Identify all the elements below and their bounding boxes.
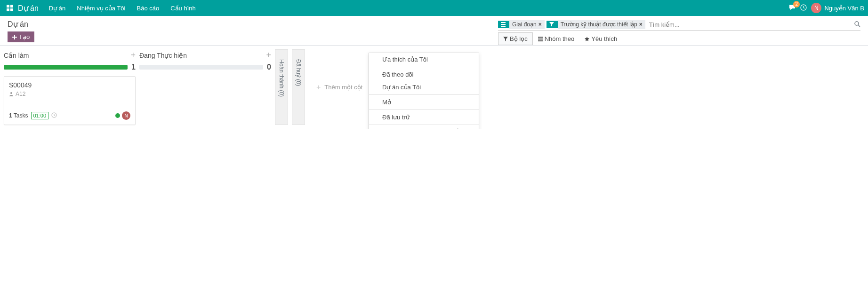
filter-open[interactable]: Mở [369,96,479,109]
filter-tech-set[interactable]: Trường kỹ thuật được thiết lập [369,126,479,129]
svg-point-5 [855,22,859,25]
app-title[interactable]: Dự án [18,4,39,13]
filters-button[interactable]: Bộ lọc [498,32,533,45]
notif-badge: 2 [793,1,800,8]
svg-point-7 [10,92,12,94]
filters-dropdown: Ưa thích của Tôi Đã theo dõi Dự án của T… [369,53,479,129]
activity-icon[interactable] [800,4,807,13]
nav-reports[interactable]: Báo cáo [132,1,164,16]
kanban-column-done-folded[interactable]: Hoàn thành (0) [275,49,288,125]
plus-icon: + [316,83,321,92]
progress-bar[interactable] [139,65,263,70]
search-input[interactable] [647,20,854,29]
svg-rect-0 [7,5,9,8]
search-icon[interactable] [854,21,860,29]
kanban-column-cancel-folded[interactable]: Đã huỷ (0) [292,49,305,125]
apps-icon[interactable] [4,2,16,14]
create-button[interactable]: Tạo [8,31,34,42]
control-panel: Dự án Tạo Giai đoạn × Trường k [0,16,868,46]
time-badge: 01:00 [31,112,49,119]
column-title[interactable]: Cần làm [4,52,29,59]
filter-archived[interactable]: Đã lưu trữ [369,111,479,124]
groupby-button[interactable]: Nhóm theo [533,32,580,45]
svg-rect-3 [10,8,13,11]
status-dot[interactable] [115,113,120,118]
svg-rect-1 [10,5,13,8]
quick-create-icon[interactable]: + [130,50,136,60]
create-label: Tạo [19,33,30,40]
search-options: Bộ lọc Nhóm theo Yêu thích [498,32,860,45]
facet-groupby-value: Giai đoạn [512,21,537,28]
favorites-button[interactable]: Yêu thích [579,32,622,45]
kanban-card[interactable]: S00049 A12 1 Tasks 01:00 N [4,76,136,125]
card-partner: A12 [9,91,130,97]
kanban-column-todo: Cần làm + 1 S00049 A12 1 Tasks 01:00 N [4,49,136,125]
facet-filter: Trường kỹ thuật được thiết lập × [547,20,645,29]
quick-create-icon[interactable]: + [266,50,271,60]
facet-filter-value: Trường kỹ thuật được thiết lập [561,21,637,28]
tasks-count: 1 Tasks [9,112,28,119]
groupby-icon [498,21,509,28]
filter-my-fav[interactable]: Ưa thích của Tôi [369,53,479,66]
column-title[interactable]: Đang Thực hiện [139,52,187,59]
nav-project[interactable]: Dự án [44,1,70,16]
facet-groupby: Giai đoạn × [498,20,545,29]
facet-remove-icon[interactable]: × [538,21,542,28]
chat-icon[interactable]: 2 [788,4,796,13]
add-column[interactable]: + Thêm một cột [309,49,370,125]
column-count: 1 [131,63,136,71]
filter-my-projects[interactable]: Dự án của Tôi [369,81,479,94]
column-count: 0 [267,63,271,71]
search-bar: Giai đoạn × Trường kỹ thuật được thiết l… [498,20,860,31]
card-title: S00049 [9,81,130,89]
top-navbar: Dự án Dự án Nhiệm vụ của Tôi Báo cáo Cấu… [0,0,868,16]
filter-followed[interactable]: Đã theo dõi [369,68,479,81]
main-nav: Dự án Nhiệm vụ của Tôi Báo cáo Cấu hình [44,1,201,16]
avatar: N [811,3,821,13]
user-menu[interactable]: N Nguyễn Văn B [811,3,864,13]
progress-bar[interactable] [4,65,128,70]
facet-remove-icon[interactable]: × [639,21,643,28]
kanban-column-doing: Đang Thực hiện + 0 [139,49,271,125]
nav-my-tasks[interactable]: Nhiệm vụ của Tôi [72,1,130,16]
assignee-avatar[interactable]: N [122,111,130,120]
user-name: Nguyễn Văn B [824,5,864,12]
svg-rect-2 [7,8,9,11]
clock-icon[interactable] [51,112,57,119]
filter-facet-icon [547,21,558,28]
nav-config[interactable]: Cấu hình [166,1,201,16]
page-title: Dự án [8,20,34,29]
